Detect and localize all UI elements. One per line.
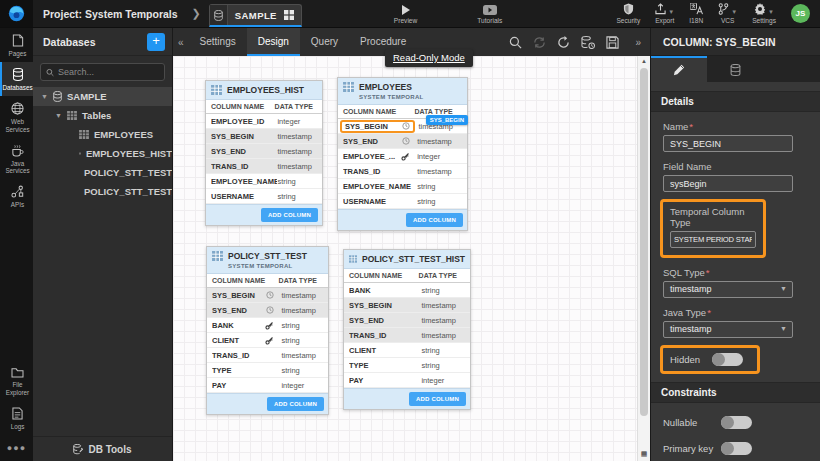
column-row[interactable]: TYPEstring: [344, 358, 470, 373]
tree-node-table[interactable]: POLICY_STT_TEST: [33, 163, 172, 182]
table-card-header[interactable]: POLICY_STT_TEST_HIST: [344, 250, 470, 269]
hidden-toggle[interactable]: [712, 353, 743, 366]
rail-item-web-services[interactable]: Web Services: [0, 96, 33, 137]
column-row[interactable]: USERNAMEstring: [338, 194, 467, 209]
column-row[interactable]: SYS_ENDtimestamp: [338, 134, 467, 149]
tree-node-table[interactable]: POLICY_STT_TEST_HIST: [33, 182, 172, 201]
design-canvas[interactable]: EMPLOYEES_HISTCOLUMN NAMEDATA TYPEEMPLOY…: [173, 56, 650, 461]
app-logo[interactable]: [0, 0, 33, 27]
project-chevron-icon[interactable]: ❯: [192, 0, 201, 27]
column-headers: COLUMN NAMEDATA TYPE: [207, 274, 328, 288]
constraint-toggle[interactable]: [721, 442, 752, 455]
vcs-button[interactable]: ▼ VCS: [718, 3, 737, 24]
column-row[interactable]: USERNAMEstring: [206, 189, 322, 204]
canvas-scrollbar[interactable]: ▲ ▦: [637, 56, 650, 461]
open-tab-sample[interactable]: SAMPLE: [209, 4, 302, 27]
column-row[interactable]: SYS_BEGINtimestamp: [206, 129, 322, 144]
tree-node-label: POLICY_STT_TEST_HIST: [84, 186, 172, 197]
column-row[interactable]: SYS_ENDtimestamp: [344, 313, 470, 328]
column-row[interactable]: EMPLOYEE_NAMEstring: [206, 174, 322, 189]
add-column-button[interactable]: ADD COLUMN: [406, 213, 463, 227]
tab-settings[interactable]: Settings: [189, 28, 247, 56]
column-row[interactable]: EMPLOYEE_...integer: [338, 149, 467, 164]
add-database-button[interactable]: +: [147, 33, 165, 51]
column-row[interactable]: TYPEstring: [207, 363, 328, 378]
search-icon[interactable]: [509, 36, 522, 49]
scroll-corner-icon[interactable]: ▦: [638, 450, 650, 458]
column-row[interactable]: CLIENTstring: [207, 333, 328, 348]
rail-item-pages[interactable]: Pages: [0, 28, 33, 62]
db-tools-button[interactable]: DB Tools: [33, 436, 172, 461]
table-card: POLICY_STT_TESTSYSTEM TEMPORALCOLUMN NAM…: [206, 246, 329, 415]
refresh-icon[interactable]: [557, 36, 570, 49]
rail-more-button[interactable]: ●●●: [0, 435, 33, 461]
table-card-header[interactable]: EMPLOYEES_HIST: [206, 81, 322, 100]
scrollbar-thumb[interactable]: [640, 68, 648, 416]
constraint-toggle[interactable]: [721, 416, 752, 429]
add-column-button[interactable]: ADD COLUMN: [261, 208, 318, 222]
tree-node-table[interactable]: EMPLOYEES_HIST: [33, 144, 172, 163]
collapse-right-icon[interactable]: »: [630, 37, 646, 48]
caret-down-icon[interactable]: ▼: [41, 93, 48, 100]
column-row[interactable]: TRANS_IDtimestamp: [338, 164, 467, 179]
database-sync-icon[interactable]: [581, 36, 595, 49]
tab-query[interactable]: Query: [300, 28, 349, 56]
field-name-input[interactable]: [663, 175, 793, 192]
topbar: Project: System Temporals ❯ SAMPLE Previ…: [0, 0, 820, 28]
save-icon[interactable]: [606, 36, 619, 49]
rail-item-file-explorer[interactable]: File Explorer: [0, 361, 33, 400]
column-row[interactable]: SYS_BEGINtimestamp: [207, 288, 328, 303]
tree-node-sample-db[interactable]: ▼ SAMPLE: [33, 87, 172, 106]
column-row[interactable]: EMPLOYEE_IDinteger: [206, 114, 322, 129]
table-card-header[interactable]: POLICY_STT_TESTSYSTEM TEMPORAL: [207, 247, 328, 274]
rail-item-apis[interactable]: APIs: [0, 179, 33, 213]
security-button[interactable]: Security: [616, 3, 640, 24]
tree-node-tables-folder[interactable]: ▼ Tables: [33, 106, 172, 125]
name-input[interactable]: [663, 135, 793, 152]
column-row[interactable]: EMPLOYEE_NAMEstring: [338, 179, 467, 194]
column-row[interactable]: BANKstring: [344, 283, 470, 298]
add-column-button[interactable]: ADD COLUMN: [409, 392, 466, 406]
column-row[interactable]: TRANS_IDtimestamp: [206, 159, 322, 174]
java-type-select[interactable]: timestamp ▼: [663, 321, 793, 338]
temporal-input[interactable]: [670, 231, 756, 248]
grid-apps-icon[interactable]: [284, 10, 294, 20]
sync-icon[interactable]: [533, 36, 546, 49]
column-name: USERNAME: [211, 192, 277, 201]
search-input[interactable]: [58, 67, 159, 77]
column-row[interactable]: SYS_ENDtimestamp: [206, 144, 322, 159]
column-row[interactable]: PAYinteger: [207, 378, 328, 393]
column-row[interactable]: TRANS_IDtimestamp: [344, 328, 470, 343]
rail-item-logs[interactable]: Logs: [0, 401, 33, 435]
tutorials-button[interactable]: Tutorials: [477, 0, 502, 27]
clock-icon: [266, 306, 274, 314]
column-row[interactable]: BANKstring: [207, 318, 328, 333]
column-row[interactable]: CLIENTstring: [344, 343, 470, 358]
caret-down-icon[interactable]: ▼: [55, 112, 62, 119]
table-icon: [67, 111, 77, 120]
tree-node-table[interactable]: EMPLOYEES: [33, 125, 172, 144]
search-box[interactable]: [40, 63, 165, 81]
user-avatar[interactable]: JS: [791, 4, 810, 23]
column-row[interactable]: TRANS_IDtimestamp: [207, 348, 328, 363]
export-button[interactable]: ▼ Export: [655, 3, 674, 24]
column-row[interactable]: SYS_ENDtimestamp: [207, 303, 328, 318]
tree-node-label: SAMPLE: [67, 91, 107, 102]
table-card-header[interactable]: EMPLOYEESSYSTEM TEMPORAL: [338, 78, 467, 105]
scroll-up-icon[interactable]: ▲: [638, 56, 650, 64]
column-row[interactable]: SYS_BEGINtimestampSYS_BEGIN: [338, 119, 467, 134]
rail-item-java-services[interactable]: Java Services: [0, 138, 33, 179]
tab-edit[interactable]: [651, 56, 707, 82]
column-row[interactable]: PAYinteger: [344, 373, 470, 388]
tab-data[interactable]: [707, 56, 763, 82]
add-column-button[interactable]: ADD COLUMN: [267, 397, 324, 411]
preview-button[interactable]: Preview: [394, 0, 417, 27]
rail-item-databases[interactable]: Databases: [0, 62, 33, 96]
collapse-left-icon[interactable]: «: [173, 28, 189, 56]
settings-button[interactable]: ▼ Settings: [752, 3, 776, 24]
translate-icon: [690, 3, 703, 15]
i18n-button[interactable]: I18N: [689, 3, 703, 24]
tab-design[interactable]: Design: [247, 28, 300, 56]
column-row[interactable]: SYS_BEGINtimestamp: [344, 298, 470, 313]
sql-type-select[interactable]: timestamp ▼: [663, 281, 793, 298]
